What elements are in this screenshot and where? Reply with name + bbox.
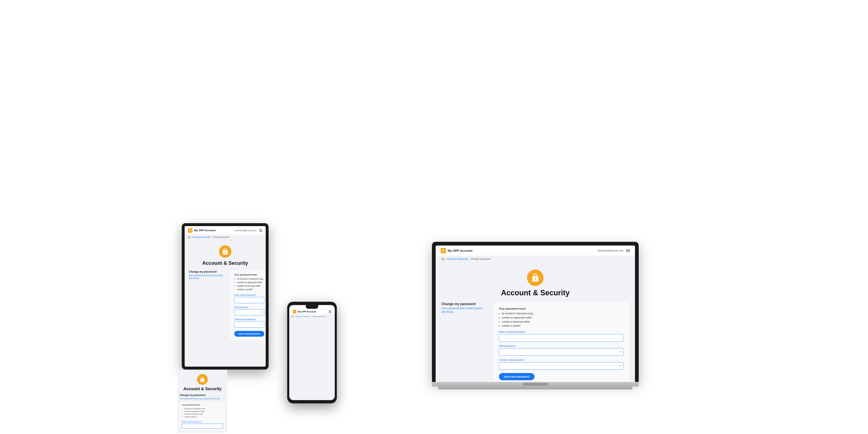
tablet-logo: b bbox=[188, 228, 192, 233]
tablet-change-password-desc: Use a password that is hard to guess and… bbox=[189, 274, 226, 280]
laptop-confirm-password-label: Confirm new password bbox=[499, 359, 623, 362]
laptop-confirm-password-group: Confirm new password 👁 bbox=[499, 359, 623, 370]
laptop-current-password-label: Enter current password bbox=[499, 330, 623, 333]
laptop-rule-2: contain an uppercase letter bbox=[502, 316, 623, 320]
tablet-new-password-input[interactable] bbox=[234, 309, 264, 315]
laptop-header-email: merchant@email.com bbox=[597, 249, 623, 252]
tablet-header: b My OPP Account merchant@email.com bbox=[185, 226, 266, 235]
tablet-current-password-input[interactable] bbox=[234, 297, 264, 303]
tablet-header-email: merchant@email.com bbox=[235, 229, 257, 232]
tablet-breadcrumb-home-icon[interactable]: 🏠 bbox=[188, 236, 190, 238]
tablet-confirm-password-label: Confirm new password bbox=[234, 318, 264, 321]
laptop-menu-button[interactable] bbox=[626, 249, 630, 252]
laptop-confirm-password-eye-icon[interactable]: 👁 bbox=[619, 365, 622, 367]
phone-menu-button[interactable] bbox=[329, 310, 332, 313]
laptop-save-button[interactable]: Save new password bbox=[499, 373, 534, 380]
tablet-password-rules: Your password must: be at least 8 charac… bbox=[234, 273, 264, 291]
tablet-rule-4: contain a symbol bbox=[237, 288, 264, 291]
tablet-app-title: My OPP Account bbox=[194, 229, 216, 232]
tablet-page-title: Account & Security bbox=[202, 260, 248, 266]
tablet-save-button[interactable]: Save new password bbox=[234, 331, 264, 337]
tablet-new-password-group: New password 👁 bbox=[234, 306, 264, 315]
laptop-breadcrumb: 🏠 › Account & Security › Change password bbox=[436, 256, 635, 262]
laptop-rules-title: Your password must: bbox=[499, 307, 623, 310]
tablet-new-password-label: New password bbox=[234, 306, 264, 308]
laptop-new-password-group: New password 👁 bbox=[499, 344, 623, 356]
tablet-confirm-password-input[interactable] bbox=[234, 321, 264, 328]
tablet-main-body: Change my password Use a password that i… bbox=[185, 270, 266, 344]
laptop-new-password-eye-icon[interactable]: 👁 bbox=[619, 350, 622, 354]
laptop-current-password-group: Enter current password bbox=[499, 330, 623, 342]
laptop-main-body: Change my password Use a password that i… bbox=[436, 302, 635, 382]
tablet-breadcrumb-account-security[interactable]: Account & Security bbox=[193, 236, 210, 238]
tablet-new-password-eye-icon[interactable]: 👁 bbox=[260, 311, 262, 314]
phone-breadcrumb: 🏠 › Account & Security › Change password bbox=[289, 314, 335, 319]
tablet-confirm-password-group: Confirm new password 👁 bbox=[234, 318, 264, 328]
tablet-current-password-group: Enter current password bbox=[234, 294, 264, 303]
laptop-rule-4: contain a symbol bbox=[502, 324, 623, 328]
tablet-page-hero: Account & Security bbox=[185, 239, 266, 270]
breadcrumb-account-security[interactable]: Account & Security bbox=[447, 258, 468, 260]
laptop-new-password-input[interactable] bbox=[499, 348, 623, 356]
tablet-menu-button[interactable] bbox=[259, 229, 262, 232]
laptop-app-title: My OPP Account bbox=[447, 249, 472, 252]
laptop-change-password-title: Change my password bbox=[441, 302, 487, 306]
laptop-password-rules: Your password must: be at least 8 charac… bbox=[499, 307, 623, 328]
laptop-right-panel: Your password must: be at least 8 charac… bbox=[493, 302, 629, 382]
tablet-breadcrumb-change-password: Change password bbox=[213, 236, 229, 238]
phone-breadcrumb-change-password: Change password bbox=[312, 315, 325, 318]
breadcrumb-home-icon[interactable]: 🏠 bbox=[441, 258, 444, 260]
laptop-page-hero: Account & Security bbox=[436, 262, 635, 302]
laptop-confirm-password-input[interactable] bbox=[499, 362, 623, 370]
tablet-rules-title: Your password must: bbox=[234, 273, 264, 276]
tablet-lock-icon bbox=[219, 245, 231, 258]
laptop-left-panel: Change my password Use a password that i… bbox=[441, 302, 487, 382]
laptop-rule-1: be at least 8 characters long bbox=[502, 312, 623, 315]
tablet-right-panel: Your password must: be at least 8 charac… bbox=[230, 270, 266, 340]
phone-breadcrumb-account-security[interactable]: Account & Security bbox=[296, 315, 310, 318]
laptop-lock-icon bbox=[527, 269, 544, 286]
tablet-rule-3: contain a lowercase letter bbox=[237, 285, 264, 288]
laptop-header: b My OPP Account merchant@email.com bbox=[436, 245, 635, 256]
laptop-logo: b bbox=[441, 248, 446, 254]
breadcrumb-change-password: Change password bbox=[470, 258, 491, 260]
phone-breadcrumb-home-icon[interactable]: 🏠 bbox=[291, 315, 293, 318]
tablet-confirm-password-eye-icon[interactable]: 👁 bbox=[260, 323, 262, 326]
tablet-rule-1: be at least 8 characters long bbox=[237, 277, 264, 280]
tablet-current-password-label: Enter current password bbox=[234, 294, 264, 296]
tablet-left-panel: Change my password Use a password that i… bbox=[189, 270, 226, 340]
laptop-new-password-label: New password bbox=[499, 344, 623, 347]
laptop-current-password-input[interactable] bbox=[499, 334, 623, 342]
tablet-breadcrumb: 🏠 › Account & Security › Change password bbox=[185, 235, 266, 239]
phone-app-title: My OPP Account bbox=[298, 310, 316, 313]
laptop-change-password-desc: Use a password that is hard to guess and… bbox=[441, 307, 487, 314]
phone-logo: b bbox=[292, 310, 296, 313]
laptop-page-title: Account & Security bbox=[501, 289, 570, 297]
laptop-rule-3: contain a lowercase letter bbox=[502, 320, 623, 324]
tablet-change-password-title: Change my password bbox=[189, 270, 226, 273]
tablet-rule-2: contain an uppercase letter bbox=[237, 281, 264, 284]
phone-notch bbox=[306, 305, 318, 309]
